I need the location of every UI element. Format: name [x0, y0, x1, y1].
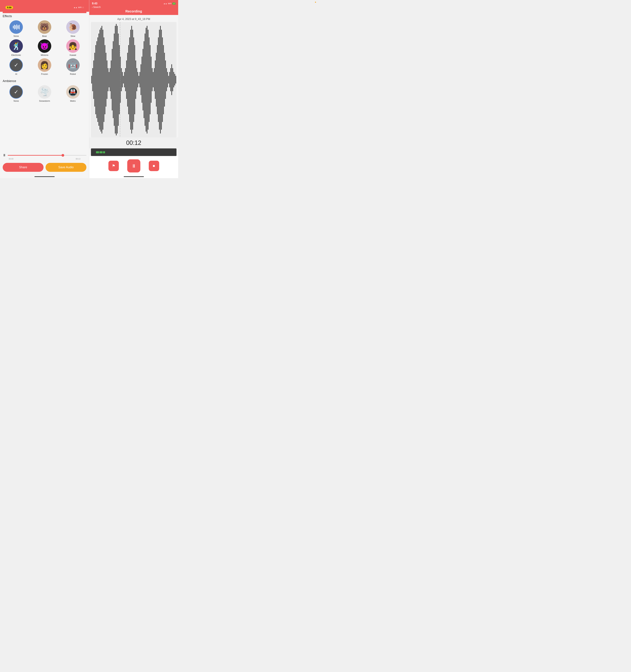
playback-bar: ⏸ 00:09 00:13 [0, 152, 89, 161]
effect-ai[interactable]: ✓ AI [3, 58, 30, 75]
time-total: 00:13 [76, 158, 80, 160]
ambience-metro-circle: 🚇 [66, 85, 80, 99]
svg-rect-63 [155, 61, 156, 99]
effect-ai-label: AI [15, 73, 17, 75]
effect-kawaii-circle: 👧 [66, 39, 80, 53]
effect-slow[interactable]: 🐌 Slow [59, 20, 87, 37]
svg-rect-49 [141, 64, 141, 95]
pause-record-button[interactable]: ⏸ [127, 159, 140, 172]
time-labels: 00:09 00:13 [3, 157, 87, 160]
svg-rect-16 [107, 61, 107, 99]
svg-rect-45 [137, 68, 137, 91]
svg-rect-58 [150, 45, 150, 114]
signal-icon: ▲▲ [74, 6, 77, 8]
svg-rect-73 [165, 61, 166, 99]
svg-rect-53 [145, 33, 145, 126]
effect-kawaii[interactable]: 👧 Kawaii [59, 39, 87, 56]
svg-rect-38 [129, 37, 130, 122]
ambience-metro[interactable]: 🚇 Metro [59, 85, 87, 102]
svg-rect-2 [92, 68, 93, 91]
ambience-section-label: Ambience [3, 79, 87, 83]
svg-rect-23 [114, 33, 115, 126]
svg-rect-37 [128, 45, 129, 114]
effect-bear-circle: 🐻 [38, 20, 51, 34]
effects-grid: None 🐻 Bear 🐌 Slow 🕺 El [3, 20, 87, 75]
svg-rect-28 [119, 45, 120, 114]
effect-none[interactable]: None [3, 20, 30, 37]
meter-bar-2 [99, 151, 102, 153]
svg-rect-56 [148, 30, 148, 130]
home-bar [34, 176, 55, 177]
progress-track[interactable] [8, 155, 87, 155]
recording-date: Apr 4, 2023 at 9_43_18 PM [89, 15, 178, 22]
svg-rect-31 [122, 72, 123, 87]
svg-rect-6 [96, 41, 97, 118]
svg-rect-22 [113, 41, 114, 118]
svg-rect-66 [158, 37, 159, 122]
svg-rect-47 [139, 76, 139, 83]
left-home-indicator [0, 175, 89, 178]
ambience-snowstorm-label: Snowstorm [39, 100, 50, 102]
effect-kawaii-label: Kawaii [70, 54, 76, 56]
svg-rect-80 [172, 68, 173, 91]
svg-rect-68 [160, 26, 161, 134]
effect-minions-circle: 😈 [38, 39, 51, 53]
svg-rect-72 [164, 53, 165, 106]
effect-electronic[interactable]: 🕺 Electronic [3, 39, 30, 56]
svg-rect-50 [142, 57, 142, 103]
svg-rect-33 [124, 72, 125, 87]
svg-rect-64 [156, 53, 157, 106]
effect-frozen-circle: 👩 [38, 58, 51, 72]
svg-rect-5 [95, 45, 96, 114]
bottom-buttons: Share Save Audio [0, 161, 89, 175]
svg-rect-12 [102, 30, 103, 130]
svg-rect-54 [146, 28, 146, 131]
effect-frozen-label: Frozen [41, 73, 48, 75]
pause-record-icon: ⏸ [131, 163, 136, 169]
svg-rect-78 [170, 68, 171, 91]
status-icons: ▲▲ WiFi □ [74, 6, 84, 8]
frozen-emoji: 👩 [40, 61, 49, 69]
svg-rect-71 [163, 45, 164, 114]
svg-rect-59 [151, 57, 151, 103]
robot-emoji: 🤖 [68, 61, 77, 69]
svg-rect-65 [157, 45, 158, 114]
effect-minions[interactable]: 😈 Minions [31, 39, 58, 56]
svg-rect-39 [130, 30, 131, 130]
right-home-indicator [89, 175, 178, 178]
save-audio-button[interactable]: Save Audio [46, 163, 87, 172]
ambience-snowstorm[interactable]: 🌪️ Snowstorm [31, 85, 58, 102]
battery-icon: □ [82, 6, 84, 8]
ambience-none[interactable]: ✓ None [3, 85, 30, 102]
svg-rect-7 [97, 37, 98, 122]
effect-robot[interactable]: 🤖 Robot [59, 58, 87, 75]
ambience-grid: ✓ None 🌪️ Snowstorm 🚇 Metro [3, 85, 87, 102]
wave-icon [13, 24, 20, 30]
svg-rect-67 [159, 30, 160, 130]
playback-controls: ⏸ [3, 153, 87, 157]
left-header: 5:59 ▲▲ WiFi □ ‹ Playback Change Sound [0, 0, 89, 12]
svg-rect-20 [111, 61, 112, 99]
stop-button[interactable]: ■ [149, 161, 159, 171]
svg-rect-36 [127, 53, 128, 106]
ambience-none-circle: ✓ [9, 85, 23, 99]
time-current: 00:09 [9, 158, 14, 160]
svg-rect-48 [140, 72, 140, 87]
minions-emoji: 😈 [40, 42, 49, 50]
svg-rect-42 [133, 37, 134, 122]
flag-button[interactable]: ⚑ [108, 161, 119, 171]
playback-pause-button[interactable]: ⏸ [3, 153, 6, 157]
progress-thumb[interactable] [62, 154, 64, 157]
stop-icon: ■ [153, 164, 155, 168]
effect-bear[interactable]: 🐻 Bear [31, 20, 58, 37]
search-back-button[interactable]: ‹ Search [92, 6, 175, 8]
effect-bear-label: Bear [42, 35, 47, 37]
effect-ai-circle: ✓ [9, 58, 23, 72]
ai-checkmark-icon: ✓ [14, 62, 19, 68]
effect-frozen[interactable]: 👩 Frozen [31, 58, 58, 75]
ambience-snowstorm-circle: 🌪️ [38, 85, 51, 99]
audio-meter [91, 148, 176, 156]
svg-rect-30 [121, 68, 122, 91]
svg-rect-25 [116, 24, 117, 135]
share-button[interactable]: Share [3, 163, 44, 172]
